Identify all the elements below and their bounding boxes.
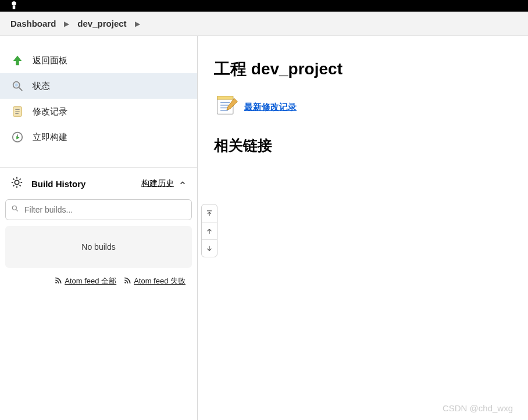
atom-feed-all[interactable]: Atom feed 全部 xyxy=(54,276,116,286)
svg-point-4 xyxy=(15,83,18,87)
svg-line-17 xyxy=(13,185,14,186)
layout: 返回面板 状态 修改记录 立即构建 xyxy=(0,36,528,420)
svg-point-10 xyxy=(15,180,19,184)
breadcrumb-dashboard[interactable]: Dashboard xyxy=(10,19,56,28)
scroll-down-button[interactable] xyxy=(202,239,217,257)
no-builds-text: No builds xyxy=(81,242,115,252)
search-icon xyxy=(11,204,19,215)
clock-play-icon xyxy=(10,130,24,144)
changes-row: 最新修改记录 xyxy=(214,94,522,120)
main-content: 工程 dev_project 最新修改记录 相关链接 xyxy=(198,36,528,420)
sidebar-item-build-now[interactable]: 立即构建 xyxy=(0,124,197,150)
view-controls xyxy=(201,204,217,257)
watermark: CSDN @chd_wxg xyxy=(443,403,513,413)
build-history-header: Build History 构建历史 xyxy=(0,167,197,199)
filter-builds-input[interactable] xyxy=(5,199,192,220)
sidebar-item-label: 立即构建 xyxy=(33,132,67,143)
notepad-pencil-icon xyxy=(214,94,240,120)
svg-line-3 xyxy=(19,88,23,91)
breadcrumb: Dashboard ▶ dev_project ▶ xyxy=(0,12,528,36)
no-builds-panel: No builds xyxy=(5,226,192,268)
svg-line-20 xyxy=(16,210,18,211)
breadcrumb-project[interactable]: dev_project xyxy=(77,19,126,28)
svg-rect-1 xyxy=(13,5,16,9)
build-history-title: Build History xyxy=(31,179,85,189)
chevron-right-icon: ▶ xyxy=(64,20,69,28)
svg-point-22 xyxy=(124,282,126,283)
sidebar-item-changes[interactable]: 修改记录 xyxy=(0,99,197,124)
sidebar-item-label: 修改记录 xyxy=(33,106,67,117)
svg-point-0 xyxy=(12,1,16,6)
jump-top-button[interactable] xyxy=(202,204,217,222)
sun-icon xyxy=(10,176,23,191)
recent-changes-link[interactable]: 最新修改记录 xyxy=(244,102,297,113)
feed-label: Atom feed 失败 xyxy=(134,276,185,286)
svg-line-18 xyxy=(20,178,21,180)
rss-icon xyxy=(54,277,62,286)
filter-wrap xyxy=(0,199,197,226)
arrow-up-icon xyxy=(10,53,24,67)
scroll-up-button[interactable] xyxy=(202,222,217,239)
notepad-icon xyxy=(10,105,24,119)
sidebar-item-back[interactable]: 返回面板 xyxy=(0,48,197,73)
svg-point-19 xyxy=(12,206,16,210)
rss-icon xyxy=(123,277,131,286)
svg-line-16 xyxy=(20,185,21,186)
chevron-right-icon: ▶ xyxy=(135,20,140,28)
sidebar-item-label: 返回面板 xyxy=(33,55,67,66)
page-title: 工程 dev_project xyxy=(214,58,522,80)
svg-rect-24 xyxy=(217,96,233,99)
title-prefix: 工程 xyxy=(214,60,247,78)
jenkins-logo-icon xyxy=(9,0,19,12)
sidebar: 返回面板 状态 修改记录 立即构建 xyxy=(0,36,198,420)
magnifier-icon xyxy=(10,79,24,93)
feed-label: Atom feed 全部 xyxy=(65,276,116,286)
sidebar-item-status[interactable]: 状态 xyxy=(0,73,197,99)
related-links-title: 相关链接 xyxy=(214,136,522,155)
svg-line-15 xyxy=(13,178,14,180)
atom-feed-fail[interactable]: Atom feed 失败 xyxy=(123,276,185,286)
sidebar-item-label: 状态 xyxy=(33,81,50,92)
toggle-label: 构建历史 xyxy=(141,178,174,189)
chevron-up-icon xyxy=(179,179,187,189)
svg-point-21 xyxy=(55,282,57,283)
build-history-toggle[interactable]: 构建历史 xyxy=(141,178,187,189)
feeds-row: Atom feed 全部 Atom feed 失败 xyxy=(0,276,197,300)
topbar xyxy=(0,0,528,12)
title-name: dev_project xyxy=(251,60,343,78)
